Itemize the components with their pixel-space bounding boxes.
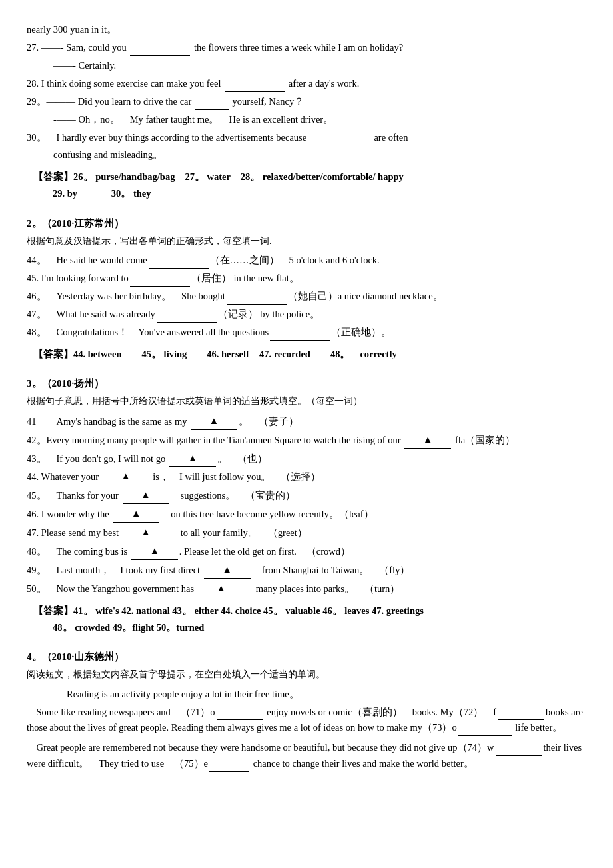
intro-line-5: 29。——— Did you learn to drive the car yo… (27, 94, 586, 110)
blank-45 (130, 286, 190, 287)
section-4-title: 4。（2010·山东德州） (27, 649, 586, 665)
blank-46 (227, 304, 287, 305)
section-3: 3。（2010·扬州） 根据句子意思，用括号中所给汉语提示或英语单词的适当形式填… (27, 375, 586, 635)
page-content: nearly 300 yuan in it。 27. ——- Sam, coul… (27, 22, 586, 772)
item-3-47: 47. Please send my best ▲ to all your fa… (27, 525, 586, 541)
blank-71 (217, 719, 263, 720)
blank-74 (496, 755, 542, 756)
section-4-desc: 阅读短文，根据短文内容及首字母提示，在空白处填入一个适当的单词。 (27, 667, 586, 682)
blank-28 (225, 91, 285, 92)
intro-line-6: -—— Oh，no。 My father taught me。 He is an… (53, 112, 586, 128)
section-2-desc: 根据句意及汉语提示，写出各单词的正确形式，每空填一词. (27, 234, 586, 249)
blank-47 (157, 322, 217, 323)
blank-44 (149, 268, 209, 269)
section-2: 2。（2010·江苏常州） 根据句意及汉语提示，写出各单词的正确形式，每空填一词… (27, 215, 586, 363)
intro-line-1: nearly 300 yuan in it。 (27, 22, 586, 38)
section-intro: nearly 300 yuan in it。 27. ——- Sam, coul… (27, 22, 586, 202)
blank-27 (130, 55, 190, 56)
blank-3-45: ▲ (123, 487, 169, 504)
blank-3-48: ▲ (131, 543, 178, 560)
blank-29 (195, 109, 229, 110)
intro-line-2: 27. ——- Sam, could you the flowers three… (27, 40, 586, 56)
item-46: 46。 Yesterday was her birthday。 She boug… (27, 289, 586, 305)
intro-line-7: 30。 I hardly ever buy things according t… (27, 130, 586, 146)
blank-3-42: ▲ (404, 432, 451, 449)
item-3-46: 46. I wonder why the ▲ on this tree have… (27, 506, 586, 523)
para-4-2: Some like reading newspapers and （71）o e… (27, 705, 586, 737)
item-48: 48。 Congratulations！ You've answered all… (27, 325, 586, 341)
section-2-title: 2。（2010·江苏常州） (27, 215, 586, 231)
blank-75 (209, 771, 249, 772)
blank-3-44: ▲ (103, 469, 149, 485)
item-3-50: 50。 Now the Yangzhou government has ▲ ma… (27, 581, 586, 597)
blank-72 (498, 719, 544, 720)
answer-label-1: 【答案】 (33, 171, 73, 182)
blank-3-41: ▲ (191, 413, 237, 430)
answer-label-3: 【答案】 (33, 605, 73, 616)
answer-block-2: 【答案】44. between 45。 living 46. herself 4… (27, 346, 586, 363)
section-3-title: 3。（2010·扬州） (27, 375, 586, 391)
section-4: 4。（2010·山东德州） 阅读短文，根据短文内容及首字母提示，在空白处填入一个… (27, 649, 586, 772)
blank-3-50: ▲ (198, 581, 245, 597)
item-3-43: 43。 If you don't go, I will not go ▲ 。 （… (27, 451, 586, 467)
intro-line-8: confusing and misleading。 (53, 147, 586, 163)
intro-line-3: ——- Certainly. (53, 58, 586, 74)
answer-block-3: 【答案】41。 wife's 42. national 43。 either 4… (27, 603, 586, 635)
item-47: 47。 What he said was already（记录） by the … (27, 307, 586, 323)
item-3-41: 41 Amy's handbag is the same as my ▲ 。 （… (27, 413, 586, 430)
blank-48 (270, 340, 330, 341)
item-44: 44。 He said he would come（在……之间） 5 o'clo… (27, 253, 586, 269)
item-3-48: 48。 The coming bus is ▲ . Please let the… (27, 543, 586, 560)
section-3-desc: 根据句子意思，用括号中所给汉语提示或英语单词的适当形式填空。（每空一词） (27, 394, 586, 409)
blank-3-46: ▲ (113, 506, 159, 523)
blank-3-49: ▲ (204, 562, 251, 579)
item-3-44: 44. Whatever your ▲ is， I will just foll… (27, 469, 586, 485)
answer-block-1: 【答案】26。 purse/handbag/bag 27。 water 28。 … (27, 169, 586, 201)
item-3-45: 45。 Thanks for your ▲ suggestions。 （宝贵的） (27, 487, 586, 504)
para-4-3: Great people are remembered not because … (27, 740, 586, 772)
intro-line-4: 28. I think doing some exercise can make… (27, 76, 586, 92)
answer-label-2: 【答案】 (33, 349, 73, 359)
item-3-42: 42。Every morning many people will gather… (27, 432, 586, 449)
blank-3-47: ▲ (123, 525, 169, 541)
blank-3-43: ▲ (169, 451, 216, 467)
item-3-49: 49。 Last month， I took my first direct ▲… (27, 562, 586, 579)
blank-73 (458, 735, 512, 736)
blank-30 (310, 145, 370, 145)
item-45: 45. I'm looking forward to（居住） in the ne… (27, 271, 586, 287)
para-4-1: Reading is an activity people enjoy a lo… (67, 687, 586, 703)
